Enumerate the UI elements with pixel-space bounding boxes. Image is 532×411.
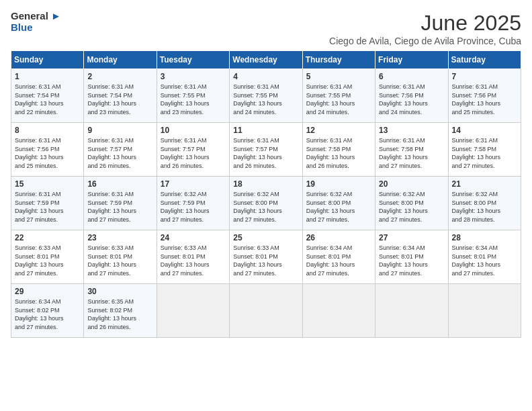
day-detail: Sunrise: 6:32 AM Sunset: 7:59 PM Dayligh… bbox=[161, 190, 226, 224]
day-detail: Sunrise: 6:31 AM Sunset: 7:58 PM Dayligh… bbox=[306, 136, 371, 170]
day-cell-2: 2Sunrise: 6:31 AM Sunset: 7:54 PM Daylig… bbox=[84, 69, 157, 123]
day-number: 6 bbox=[379, 72, 444, 81]
day-detail: Sunrise: 6:33 AM Sunset: 8:01 PM Dayligh… bbox=[161, 244, 226, 277]
day-cell-30: 30Sunrise: 6:35 AM Sunset: 8:02 PM Dayli… bbox=[84, 284, 157, 338]
day-cell-26: 26Sunrise: 6:34 AM Sunset: 8:01 PM Dayli… bbox=[302, 230, 375, 284]
day-detail: Sunrise: 6:31 AM Sunset: 7:56 PM Dayligh… bbox=[15, 136, 80, 170]
day-cell-18: 18Sunrise: 6:32 AM Sunset: 8:00 PM Dayli… bbox=[230, 177, 302, 230]
day-number: 27 bbox=[379, 233, 444, 242]
day-detail: Sunrise: 6:34 AM Sunset: 8:01 PM Dayligh… bbox=[379, 244, 444, 277]
day-cell-22: 22Sunrise: 6:33 AM Sunset: 8:01 PM Dayli… bbox=[11, 230, 84, 284]
day-cell-24: 24Sunrise: 6:33 AM Sunset: 8:01 PM Dayli… bbox=[157, 230, 229, 284]
col-wednesday: Wednesday bbox=[230, 51, 302, 69]
day-number: 16 bbox=[87, 179, 152, 189]
day-number: 10 bbox=[161, 126, 226, 135]
day-detail: Sunrise: 6:31 AM Sunset: 7:57 PM Dayligh… bbox=[161, 136, 226, 170]
title-area: June 2025 Ciego de Avila, Ciego de Avila… bbox=[329, 11, 521, 46]
day-number: 8 bbox=[15, 126, 80, 135]
day-cell-29: 29Sunrise: 6:34 AM Sunset: 8:02 PM Dayli… bbox=[11, 284, 84, 338]
day-number: 7 bbox=[452, 72, 517, 81]
day-number: 18 bbox=[233, 179, 298, 189]
day-cell-27: 27Sunrise: 6:34 AM Sunset: 8:01 PM Dayli… bbox=[375, 230, 448, 284]
day-cell-3: 3Sunrise: 6:31 AM Sunset: 7:55 PM Daylig… bbox=[157, 69, 229, 123]
day-detail: Sunrise: 6:31 AM Sunset: 7:59 PM Dayligh… bbox=[87, 190, 152, 224]
day-number: 3 bbox=[161, 72, 226, 81]
day-detail: Sunrise: 6:34 AM Sunset: 8:02 PM Dayligh… bbox=[15, 298, 80, 331]
day-detail: Sunrise: 6:31 AM Sunset: 7:57 PM Dayligh… bbox=[87, 136, 152, 170]
location: Ciego de Avila, Ciego de Avila Province,… bbox=[329, 36, 521, 46]
day-number: 28 bbox=[452, 233, 517, 242]
day-detail: Sunrise: 6:31 AM Sunset: 7:55 PM Dayligh… bbox=[161, 83, 226, 116]
day-cell-13: 13Sunrise: 6:31 AM Sunset: 7:58 PM Dayli… bbox=[375, 123, 448, 177]
day-number: 13 bbox=[379, 126, 444, 135]
day-detail: Sunrise: 6:32 AM Sunset: 8:00 PM Dayligh… bbox=[452, 190, 517, 224]
day-detail: Sunrise: 6:31 AM Sunset: 7:54 PM Dayligh… bbox=[15, 83, 80, 116]
day-cell-11: 11Sunrise: 6:31 AM Sunset: 7:57 PM Dayli… bbox=[230, 123, 302, 177]
day-cell-17: 17Sunrise: 6:32 AM Sunset: 7:59 PM Dayli… bbox=[157, 177, 229, 230]
empty-cell bbox=[448, 284, 521, 338]
empty-cell bbox=[230, 284, 302, 338]
day-detail: Sunrise: 6:31 AM Sunset: 7:56 PM Dayligh… bbox=[452, 83, 517, 116]
calendar-week-1: 1Sunrise: 6:31 AM Sunset: 7:54 PM Daylig… bbox=[11, 69, 521, 123]
day-detail: Sunrise: 6:32 AM Sunset: 8:00 PM Dayligh… bbox=[306, 190, 371, 224]
day-detail: Sunrise: 6:33 AM Sunset: 8:01 PM Dayligh… bbox=[233, 244, 298, 277]
empty-cell bbox=[157, 284, 229, 338]
day-number: 4 bbox=[233, 72, 298, 81]
day-cell-7: 7Sunrise: 6:31 AM Sunset: 7:56 PM Daylig… bbox=[448, 69, 521, 123]
day-detail: Sunrise: 6:31 AM Sunset: 7:58 PM Dayligh… bbox=[452, 136, 517, 170]
day-number: 21 bbox=[452, 179, 517, 189]
day-number: 5 bbox=[306, 72, 371, 81]
day-number: 15 bbox=[15, 179, 80, 189]
day-cell-20: 20Sunrise: 6:32 AM Sunset: 8:00 PM Dayli… bbox=[375, 177, 448, 230]
col-friday: Friday bbox=[375, 51, 448, 69]
header: General ► Blue June 2025 Ciego de Avila,… bbox=[11, 11, 521, 46]
day-number: 23 bbox=[87, 233, 152, 242]
day-cell-4: 4Sunrise: 6:31 AM Sunset: 7:55 PM Daylig… bbox=[230, 69, 302, 123]
day-cell-14: 14Sunrise: 6:31 AM Sunset: 7:58 PM Dayli… bbox=[448, 123, 521, 177]
month-title: June 2025 bbox=[329, 11, 521, 36]
day-cell-16: 16Sunrise: 6:31 AM Sunset: 7:59 PM Dayli… bbox=[84, 177, 157, 230]
day-number: 11 bbox=[233, 126, 298, 135]
day-detail: Sunrise: 6:31 AM Sunset: 7:55 PM Dayligh… bbox=[306, 83, 371, 116]
day-number: 19 bbox=[306, 179, 371, 189]
day-cell-28: 28Sunrise: 6:34 AM Sunset: 8:01 PM Dayli… bbox=[448, 230, 521, 284]
day-number: 29 bbox=[15, 287, 80, 296]
day-cell-25: 25Sunrise: 6:33 AM Sunset: 8:01 PM Dayli… bbox=[230, 230, 302, 284]
col-thursday: Thursday bbox=[302, 51, 375, 69]
day-detail: Sunrise: 6:31 AM Sunset: 7:55 PM Dayligh… bbox=[233, 83, 298, 116]
day-number: 20 bbox=[379, 179, 444, 189]
empty-cell bbox=[375, 284, 448, 338]
day-number: 14 bbox=[452, 126, 517, 135]
day-cell-5: 5Sunrise: 6:31 AM Sunset: 7:55 PM Daylig… bbox=[302, 69, 375, 123]
col-tuesday: Tuesday bbox=[157, 51, 229, 69]
day-number: 26 bbox=[306, 233, 371, 242]
day-cell-9: 9Sunrise: 6:31 AM Sunset: 7:57 PM Daylig… bbox=[84, 123, 157, 177]
day-detail: Sunrise: 6:34 AM Sunset: 8:01 PM Dayligh… bbox=[306, 244, 371, 277]
day-cell-23: 23Sunrise: 6:33 AM Sunset: 8:01 PM Dayli… bbox=[84, 230, 157, 284]
day-number: 9 bbox=[87, 126, 152, 135]
day-detail: Sunrise: 6:31 AM Sunset: 7:54 PM Dayligh… bbox=[87, 83, 152, 116]
col-monday: Monday bbox=[84, 51, 157, 69]
day-detail: Sunrise: 6:33 AM Sunset: 8:01 PM Dayligh… bbox=[15, 244, 80, 277]
day-number: 30 bbox=[87, 287, 152, 296]
day-cell-21: 21Sunrise: 6:32 AM Sunset: 8:00 PM Dayli… bbox=[448, 177, 521, 230]
day-detail: Sunrise: 6:34 AM Sunset: 8:01 PM Dayligh… bbox=[452, 244, 517, 277]
col-sunday: Sunday bbox=[11, 51, 84, 69]
day-number: 24 bbox=[161, 233, 226, 242]
day-detail: Sunrise: 6:32 AM Sunset: 8:00 PM Dayligh… bbox=[233, 190, 298, 224]
day-cell-1: 1Sunrise: 6:31 AM Sunset: 7:54 PM Daylig… bbox=[11, 69, 84, 123]
empty-cell bbox=[302, 284, 375, 338]
day-cell-8: 8Sunrise: 6:31 AM Sunset: 7:56 PM Daylig… bbox=[11, 123, 84, 177]
day-number: 2 bbox=[87, 72, 152, 81]
day-number: 22 bbox=[15, 233, 80, 242]
calendar-week-5: 29Sunrise: 6:34 AM Sunset: 8:02 PM Dayli… bbox=[11, 284, 521, 338]
day-cell-15: 15Sunrise: 6:31 AM Sunset: 7:59 PM Dayli… bbox=[11, 177, 84, 230]
col-saturday: Saturday bbox=[448, 51, 521, 69]
day-cell-10: 10Sunrise: 6:31 AM Sunset: 7:57 PM Dayli… bbox=[157, 123, 229, 177]
day-detail: Sunrise: 6:33 AM Sunset: 8:01 PM Dayligh… bbox=[87, 244, 152, 277]
day-detail: Sunrise: 6:32 AM Sunset: 8:00 PM Dayligh… bbox=[379, 190, 444, 224]
day-detail: Sunrise: 6:31 AM Sunset: 7:57 PM Dayligh… bbox=[233, 136, 298, 170]
day-cell-12: 12Sunrise: 6:31 AM Sunset: 7:58 PM Dayli… bbox=[302, 123, 375, 177]
day-detail: Sunrise: 6:31 AM Sunset: 7:58 PM Dayligh… bbox=[379, 136, 444, 170]
day-cell-19: 19Sunrise: 6:32 AM Sunset: 8:00 PM Dayli… bbox=[302, 177, 375, 230]
